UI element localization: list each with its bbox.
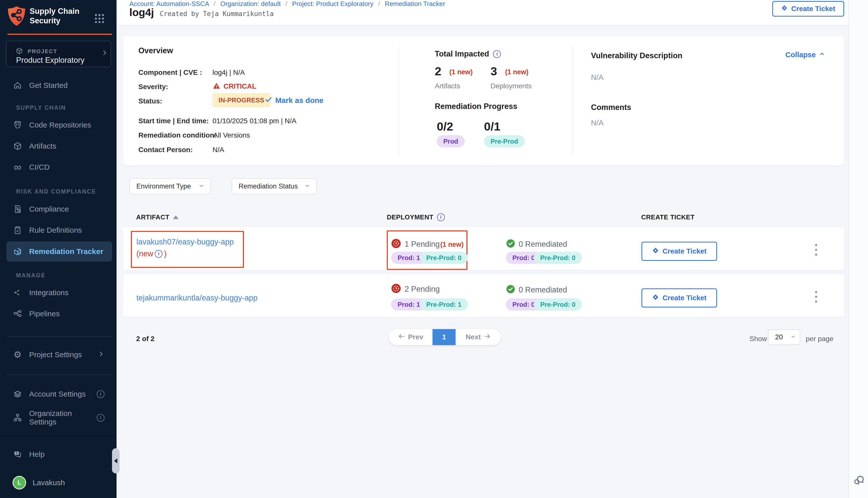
sidebar: Supply Chain Security PROJECT Product Ex…: [0, 0, 117, 498]
app-logo-shield-icon: [7, 5, 26, 27]
breadcrumb-current[interactable]: Remediation Tracker: [385, 0, 445, 8]
sidebar-section-manage: MANAGE: [16, 272, 46, 279]
pagination-summary: 2 of 2: [136, 335, 154, 343]
artifacts-new-badge: (1 new): [449, 68, 473, 76]
mark-as-done-button[interactable]: Mark as done: [265, 96, 324, 105]
created-by-text: Created by Teja Kummarikuntla: [160, 10, 274, 17]
row-menu-kebab-icon[interactable]: [815, 241, 817, 258]
user-menu[interactable]: L Lavakush: [13, 476, 65, 489]
sidebar-item-organization-settings[interactable]: Organization Settings i: [13, 409, 104, 426]
breadcrumb-separator: /: [375, 0, 383, 8]
prev-page-button[interactable]: Prev: [389, 329, 432, 345]
sidebar-item-pipelines[interactable]: Pipelines: [13, 309, 60, 319]
column-header-artifact[interactable]: ARTIFACT: [136, 213, 179, 221]
project-selector[interactable]: PROJECT Product Exploratory: [6, 41, 111, 67]
sidebar-section-risk: RISK AND COMPLIANCE: [16, 188, 96, 195]
svg-text:?: ?: [16, 452, 17, 455]
overview-card: Overview Component | CVE : log4j | N/A S…: [122, 36, 844, 166]
environment-type-filter[interactable]: Environment Type: [129, 178, 211, 194]
remediation-tracker-page: Supply Chain Security PROJECT Product Ex…: [0, 0, 868, 498]
collapse-button[interactable]: Collapse: [785, 51, 825, 59]
comments-title: Comments: [591, 103, 631, 112]
next-page-button[interactable]: Next: [456, 329, 501, 345]
total-impacted-title: Total Impacted i: [435, 50, 501, 58]
diamond-icon: [652, 247, 659, 256]
sidebar-item-integrations[interactable]: Integrations: [13, 288, 68, 298]
row-menu-kebab-icon[interactable]: [815, 288, 817, 305]
sidebar-item-remediation-tracker[interactable]: Remediation Tracker: [13, 247, 103, 257]
project-label: PROJECT: [28, 48, 57, 55]
info-icon[interactable]: i: [97, 390, 104, 398]
vuln-description-value: N/A: [591, 73, 604, 82]
artifact-link[interactable]: tejakummarikuntla/easy-buggy-app: [137, 293, 257, 302]
sidebar-item-account-settings[interactable]: Account Settings i: [13, 389, 104, 399]
app-switcher-grid-icon[interactable]: [95, 14, 104, 23]
breadcrumb: Account: Automation-SSCA / Organization:…: [129, 0, 445, 8]
sidebar-item-project-settings[interactable]: ⚙ Project Settings: [13, 350, 104, 360]
chevron-up-icon: [819, 51, 825, 59]
overview-title: Overview: [138, 46, 173, 55]
sidebar-item-get-started[interactable]: Get Started: [13, 80, 67, 90]
create-ticket-button-top[interactable]: Create Ticket: [772, 1, 844, 16]
sidebar-section-supply-chain: SUPPLY CHAIN: [16, 104, 66, 111]
info-icon[interactable]: i: [493, 50, 501, 58]
gear-icon: ⚙: [13, 350, 23, 360]
diamond-icon: [652, 294, 659, 302]
info-icon[interactable]: i: [437, 213, 445, 221]
arrow-right-icon: [484, 333, 491, 342]
chat-support-launcher-icon[interactable]: [852, 473, 866, 487]
help-chat-icon: ?: [13, 449, 23, 459]
remediation-progress-title: Remediation Progress: [435, 102, 517, 111]
sidebar-item-cicd[interactable]: ∞ CI/CD: [13, 162, 50, 172]
code-repository-icon: [13, 120, 23, 130]
sidebar-collapse-handle[interactable]: [112, 448, 119, 473]
deployments-label: Deployments: [491, 82, 531, 90]
info-icon[interactable]: i: [97, 414, 104, 422]
deployment-preprod-pill: Pre-Prod: 0: [420, 252, 468, 264]
top-bar: Account: Automation-SSCA / Organization:…: [117, 0, 848, 26]
org-hierarchy-icon: [13, 412, 23, 423]
home-icon: [13, 80, 23, 90]
sidebar-item-rule-definitions[interactable]: Rule Definitions: [13, 225, 82, 235]
create-ticket-button-row[interactable]: Create Ticket: [642, 288, 717, 307]
critical-warning-icon: [212, 82, 221, 91]
chevron-down-icon: [198, 182, 205, 190]
breadcrumb-separator: /: [211, 0, 219, 8]
sidebar-item-code-repositories[interactable]: Code Repositories: [13, 120, 91, 130]
preprod-progress-value: 0/1: [484, 119, 500, 133]
sidebar-item-help[interactable]: ? Help: [13, 449, 45, 459]
layers-icon: [13, 389, 23, 399]
arrow-left-icon: [398, 333, 405, 342]
chevron-down-icon: [304, 182, 311, 190]
pending-icon: [391, 238, 401, 249]
prod-progress-value: 0/2: [437, 119, 453, 133]
info-icon[interactable]: i: [155, 250, 163, 258]
sidebar-item-artifacts[interactable]: Artifacts: [13, 141, 56, 151]
chevron-right-icon: [101, 49, 108, 57]
create-ticket-button-row[interactable]: Create Ticket: [642, 242, 717, 261]
artifact-link[interactable]: lavakush07/easy-buggy-app: [137, 237, 234, 247]
contact-value: N/A: [212, 146, 224, 154]
pending-count: 2 Pending: [405, 285, 440, 294]
comments-value: N/A: [591, 118, 604, 127]
remediation-status-filter[interactable]: Remediation Status: [232, 178, 317, 194]
user-name: Lavakush: [33, 479, 65, 487]
remediated-preprod-pill: Pre-Prod: 0: [534, 299, 582, 311]
page-number-button[interactable]: 1: [432, 329, 456, 345]
remediated-preprod-pill: Pre-Prod: 0: [534, 252, 582, 264]
page-size-select[interactable]: 20: [768, 329, 800, 345]
breadcrumb-project[interactable]: Project: Product Exploratory: [292, 0, 374, 8]
per-page-label: per page: [806, 335, 833, 343]
table-row: tejakummarikuntla/easy-buggy-app 2 Pendi…: [122, 274, 844, 317]
status-badge: IN-PROGRESS: [212, 93, 270, 107]
sidebar-item-compliance[interactable]: Compliance: [13, 204, 69, 214]
sidebar-divider: [7, 375, 112, 375]
pager: Prev 1 Next: [389, 329, 501, 345]
card-divider: [399, 47, 399, 155]
component-value: log4j | N/A: [212, 68, 245, 77]
card-divider: [572, 47, 573, 155]
show-label: Show: [750, 335, 767, 343]
time-label: Start time | End time:: [138, 117, 209, 125]
breadcrumb-organization[interactable]: Organization: default: [220, 0, 281, 8]
column-header-create-ticket: CREATE TICKET: [641, 213, 695, 221]
